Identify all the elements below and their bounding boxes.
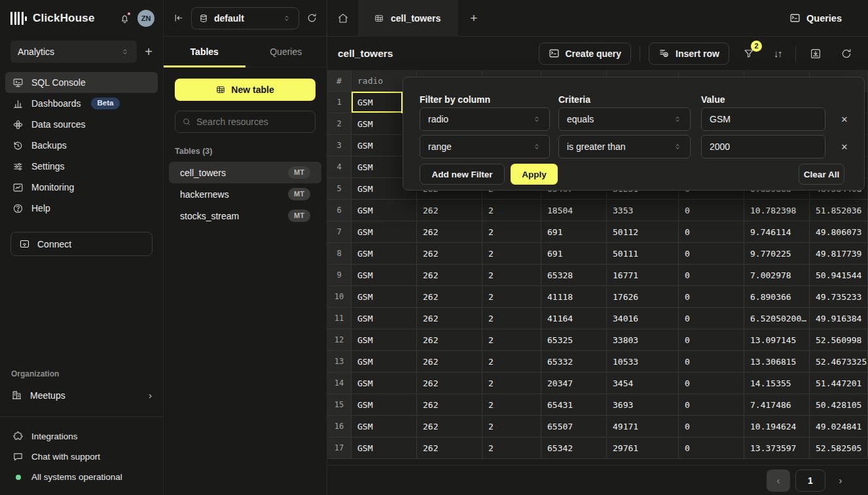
filter-button[interactable]: 2 bbox=[740, 45, 757, 62]
table-cell[interactable]: 0 bbox=[679, 265, 744, 286]
table-cell[interactable]: 18504 bbox=[541, 200, 607, 221]
table-cell[interactable]: 50.941544 bbox=[810, 265, 868, 286]
sidebar-item-integrations[interactable]: Integrations bbox=[0, 426, 163, 447]
collapse-panel-icon[interactable] bbox=[173, 12, 184, 24]
table-cell[interactable]: 2 bbox=[482, 437, 541, 459]
table-cell[interactable]: 2 bbox=[482, 329, 541, 351]
sidebar-item-monitoring[interactable]: Monitoring bbox=[5, 177, 158, 198]
table-cell[interactable]: 0 bbox=[679, 308, 744, 329]
table-cell[interactable]: GSM bbox=[352, 200, 417, 221]
table-cell[interactable]: 20347 bbox=[541, 373, 607, 394]
table-cell[interactable]: GSM bbox=[352, 373, 417, 394]
filter-column-select[interactable]: range bbox=[420, 135, 550, 158]
table-cell[interactable]: 29761 bbox=[607, 437, 679, 459]
filter-criteria-select[interactable]: equals bbox=[558, 107, 691, 131]
table-cell[interactable]: 65431 bbox=[541, 394, 607, 416]
table-cell[interactable]: 49.735233 bbox=[810, 286, 868, 308]
table-cell[interactable]: 0 bbox=[679, 416, 744, 437]
table-cell[interactable]: 262 bbox=[417, 200, 482, 221]
refresh-icon[interactable] bbox=[306, 12, 317, 24]
table-cell[interactable]: 0 bbox=[679, 373, 744, 394]
table-cell[interactable]: 50111 bbox=[607, 243, 679, 265]
apply-filters-button[interactable]: Apply bbox=[511, 164, 558, 185]
table-cell[interactable]: 7.002978 bbox=[744, 265, 810, 286]
remove-filter-button[interactable]: ✕ bbox=[835, 135, 854, 158]
clear-filters-button[interactable]: Clear All bbox=[799, 164, 844, 185]
table-cell[interactable]: 10.782398 bbox=[744, 200, 810, 221]
notifications-bell-icon[interactable] bbox=[119, 13, 130, 24]
table-cell[interactable]: 9.770225 bbox=[744, 243, 810, 265]
table-cell[interactable]: 2 bbox=[482, 243, 541, 265]
table-cell[interactable]: GSM bbox=[352, 351, 417, 373]
workspace-select[interactable]: Analytics bbox=[10, 41, 137, 63]
table-cell[interactable]: 13.373597 bbox=[744, 437, 810, 459]
table-cell[interactable]: 41164 bbox=[541, 308, 607, 329]
table-cell[interactable]: 262 bbox=[417, 308, 482, 329]
table-cell[interactable]: GSM bbox=[352, 243, 417, 265]
table-cell[interactable]: 2 bbox=[482, 373, 541, 394]
tab-queries[interactable]: Queries bbox=[245, 37, 327, 67]
table-cell[interactable]: 0 bbox=[679, 221, 744, 243]
sidebar-item-sql-console[interactable]: SQL Console bbox=[5, 72, 158, 93]
table-cell[interactable]: 13.097145 bbox=[744, 329, 810, 351]
table-cell[interactable]: 262 bbox=[417, 265, 482, 286]
prev-page-button[interactable]: ‹ bbox=[767, 469, 790, 492]
table-cell[interactable]: 9.746114 bbox=[744, 221, 810, 243]
create-query-button[interactable]: Create query bbox=[539, 43, 632, 65]
table-cell[interactable]: 65328 bbox=[541, 265, 607, 286]
sidebar-item-chat-with-support[interactable]: Chat with support bbox=[0, 447, 163, 467]
table-cell[interactable]: 52.560998 bbox=[810, 329, 868, 351]
table-cell[interactable]: GSM bbox=[352, 416, 417, 437]
table-cell[interactable]: 52.582505 bbox=[810, 437, 868, 459]
filter-value-input[interactable] bbox=[701, 135, 825, 158]
table-cell[interactable]: 2 bbox=[482, 351, 541, 373]
table-cell[interactable]: 3353 bbox=[607, 200, 679, 221]
table-cell[interactable]: 2 bbox=[482, 308, 541, 329]
table-cell[interactable]: 6.52050200… bbox=[744, 308, 810, 329]
table-cell[interactable]: GSM bbox=[352, 265, 417, 286]
table-cell[interactable]: GSM bbox=[352, 308, 417, 329]
table-item-hackernews[interactable]: hackernewsMT bbox=[169, 183, 321, 205]
table-cell[interactable]: 49171 bbox=[607, 416, 679, 437]
table-cell[interactable]: 50.428105 bbox=[810, 394, 868, 416]
table-cell[interactable]: 2 bbox=[482, 286, 541, 308]
next-page-button[interactable]: › bbox=[831, 475, 850, 486]
table-cell[interactable]: 17626 bbox=[607, 286, 679, 308]
tab-tables[interactable]: Tables bbox=[164, 37, 245, 67]
table-cell[interactable]: 10.194624 bbox=[744, 416, 810, 437]
avatar[interactable]: ZN bbox=[137, 10, 154, 27]
table-cell[interactable]: 2 bbox=[482, 200, 541, 221]
table-cell[interactable]: 6.890366 bbox=[744, 286, 810, 308]
remove-filter-button[interactable]: ✕ bbox=[835, 107, 854, 131]
sidebar-item-dashboards[interactable]: DashboardsBeta bbox=[5, 93, 158, 114]
table-cell[interactable]: 3454 bbox=[607, 373, 679, 394]
add-filter-button[interactable]: Add new Filter bbox=[420, 164, 505, 185]
search-input[interactable] bbox=[196, 117, 308, 127]
queries-button[interactable]: Queries bbox=[789, 12, 842, 24]
sort-button[interactable]: ↓↑ bbox=[771, 45, 784, 62]
table-cell[interactable]: 0 bbox=[679, 329, 744, 351]
table-cell[interactable]: GSM bbox=[352, 329, 417, 351]
table-cell[interactable]: 0 bbox=[679, 394, 744, 416]
table-cell[interactable]: 262 bbox=[417, 437, 482, 459]
download-button[interactable] bbox=[807, 45, 824, 62]
table-cell[interactable]: 51.447201 bbox=[810, 373, 868, 394]
sidebar-item-all-systems-operational[interactable]: All systems operational bbox=[0, 467, 163, 487]
table-cell[interactable]: 691 bbox=[541, 221, 607, 243]
table-cell[interactable]: 41118 bbox=[541, 286, 607, 308]
new-tab-button[interactable]: + bbox=[458, 12, 490, 24]
refresh-table-button[interactable] bbox=[838, 45, 855, 62]
table-cell[interactable]: 262 bbox=[417, 329, 482, 351]
sidebar-item-help[interactable]: Help bbox=[5, 198, 158, 219]
table-cell[interactable]: 262 bbox=[417, 221, 482, 243]
table-cell[interactable]: 50112 bbox=[607, 221, 679, 243]
table-cell[interactable]: 262 bbox=[417, 286, 482, 308]
filter-criteria-select[interactable]: is greater than bbox=[558, 135, 691, 158]
table-cell[interactable]: 0 bbox=[679, 351, 744, 373]
table-cell[interactable]: 51.852036 bbox=[810, 200, 868, 221]
table-cell[interactable]: GSM bbox=[352, 286, 417, 308]
table-cell[interactable]: 49.916384 bbox=[810, 308, 868, 329]
table-cell[interactable]: 14.15355 bbox=[744, 373, 810, 394]
table-cell[interactable]: 0 bbox=[679, 437, 744, 459]
table-cell[interactable]: 65332 bbox=[541, 351, 607, 373]
